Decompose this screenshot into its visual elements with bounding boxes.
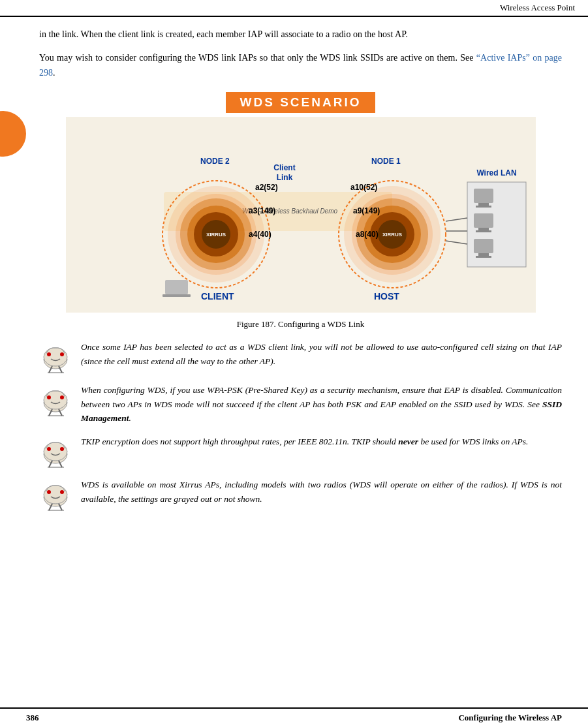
paragraph-1: in the link. When the client link is cre… <box>39 27 562 42</box>
svg-point-59 <box>47 395 51 399</box>
svg-rect-27 <box>478 253 489 256</box>
note-text-3: TKIP encryption does not support high th… <box>81 435 562 449</box>
svg-point-60 <box>60 395 64 399</box>
note-item-2: When configuring WDS, if you use WPA-PSK… <box>39 383 562 425</box>
svg-rect-21 <box>478 203 489 206</box>
figure-caption: Figure 187. Configuring a WDS Link <box>39 319 562 330</box>
svg-text:a9(149): a9(149) <box>353 206 380 215</box>
svg-text:a3(149): a3(149) <box>249 206 275 215</box>
footer-page-number: 386 <box>26 713 39 723</box>
svg-rect-22 <box>476 206 491 208</box>
svg-text:HOST: HOST <box>374 291 399 302</box>
svg-text:a8(40): a8(40) <box>356 230 379 239</box>
page-header: Wireless Access Point <box>0 0 588 17</box>
svg-text:a10(52): a10(52) <box>350 183 377 192</box>
svg-rect-24 <box>478 228 489 230</box>
svg-point-69 <box>44 486 67 504</box>
note-text-4: WDS is available on most Xirrus APs, inc… <box>81 478 562 506</box>
wds-banner: WDS SCENARIO <box>39 92 562 113</box>
note-icon-1 <box>39 341 72 374</box>
note-item-1: Once some IAP has been selected to act a… <box>39 340 562 374</box>
note-icon-2 <box>39 384 72 417</box>
page-footer: 386 Configuring the Wireless AP <box>0 707 588 727</box>
svg-text:Wired LAN: Wired LAN <box>476 168 516 178</box>
svg-text:a2(52): a2(52) <box>255 183 278 192</box>
svg-point-67 <box>60 447 64 451</box>
note-text-2: When configuring WDS, if you use WPA-PSK… <box>81 383 562 425</box>
svg-text:Link: Link <box>276 173 292 182</box>
svg-text:NODE 1: NODE 1 <box>371 157 401 166</box>
svg-text:XIRRUS: XIRRUS <box>382 232 402 238</box>
svg-point-52 <box>47 352 51 356</box>
svg-rect-28 <box>476 256 491 258</box>
wds-scenario-section: WDS SCENARIO WDS – Wireless Backhaul Dem… <box>39 92 562 313</box>
footer-section-title: Configuring the Wireless AP <box>458 713 562 723</box>
svg-point-62 <box>44 442 67 461</box>
diagram-svg: WDS – Wireless Backhaul Demo XIRRUS <box>66 117 536 313</box>
svg-point-66 <box>47 447 51 451</box>
svg-rect-32 <box>165 280 188 294</box>
header-title: Wireless Access Point <box>500 3 575 13</box>
svg-point-53 <box>60 352 64 356</box>
svg-point-48 <box>44 348 67 366</box>
note-item-3: TKIP encryption does not support high th… <box>39 435 562 469</box>
svg-rect-20 <box>474 189 493 203</box>
note-item-4: WDS is available on most Xirrus APs, inc… <box>39 478 562 512</box>
svg-text:XIRRUS: XIRRUS <box>206 232 226 238</box>
svg-text:Client: Client <box>273 163 295 172</box>
svg-rect-23 <box>474 213 493 228</box>
svg-rect-26 <box>474 239 493 253</box>
never-emphasis: never <box>398 437 418 446</box>
svg-rect-25 <box>476 230 491 232</box>
main-content: in the link. When the client link is cre… <box>0 17 588 531</box>
svg-point-74 <box>60 490 64 494</box>
svg-point-55 <box>44 391 67 409</box>
svg-text:NODE 2: NODE 2 <box>200 157 230 166</box>
note-icon-4 <box>39 479 72 512</box>
paragraph-2: You may wish to consider configuring the… <box>39 51 562 80</box>
note-text-1: Once some IAP has been selected to act a… <box>81 340 562 368</box>
svg-text:CLIENT: CLIENT <box>201 291 234 302</box>
notes-section: Once some IAP has been selected to act a… <box>39 340 562 512</box>
wds-diagram: WDS – Wireless Backhaul Demo XIRRUS <box>66 117 536 313</box>
svg-point-73 <box>47 490 51 494</box>
note-icon-3 <box>39 436 72 469</box>
svg-text:a4(40): a4(40) <box>249 230 271 239</box>
svg-rect-33 <box>162 294 191 297</box>
